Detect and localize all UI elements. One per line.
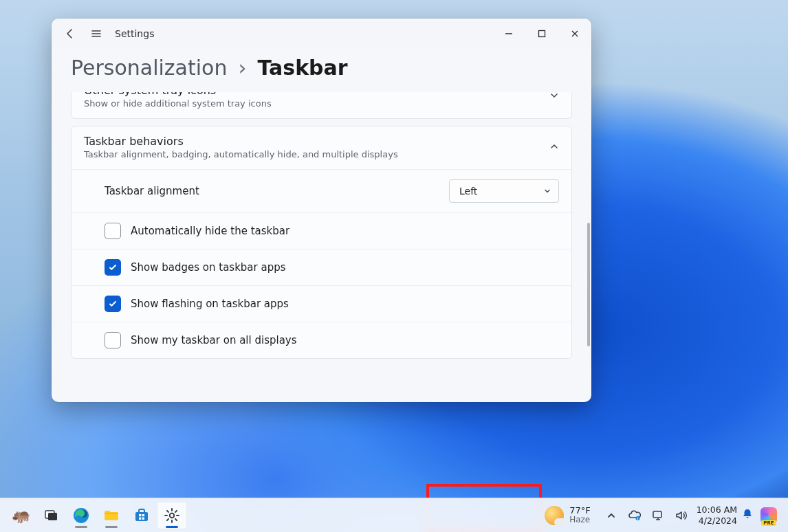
- taskbar: 🦛: [0, 498, 788, 532]
- chevron-down-icon: [543, 187, 551, 195]
- scrollbar-thumb[interactable]: [587, 223, 590, 346]
- svg-rect-12: [653, 511, 661, 518]
- svg-rect-8: [142, 517, 144, 519]
- taskview-icon: [42, 507, 60, 524]
- start-icon: 🦛: [12, 507, 30, 524]
- taskview-button[interactable]: [36, 502, 66, 529]
- setting-taskbar-alignment: Taskbar alignment Left: [72, 169, 571, 212]
- svg-rect-2: [48, 513, 57, 520]
- clock-time: 10:06 AM: [697, 505, 737, 516]
- breadcrumb: Personalization › Taskbar: [52, 49, 591, 92]
- chevron-down-icon: [549, 92, 559, 103]
- svg-point-9: [170, 513, 174, 517]
- svg-rect-6: [142, 514, 144, 516]
- weather-condition: Haze: [569, 516, 591, 524]
- hamburger-menu-button[interactable]: [83, 21, 109, 46]
- section-taskbar-behaviors: Taskbar behaviors Taskbar alignment, bad…: [71, 126, 572, 359]
- section-other-system-tray-icons[interactable]: Other system tray icons Show or hide add…: [71, 92, 572, 119]
- onedrive-icon[interactable]: i: [625, 506, 644, 525]
- settings-scroll-area[interactable]: Other system tray icons Show or hide add…: [52, 92, 591, 402]
- clock[interactable]: 10:06 AM 4/2/2024: [697, 505, 737, 526]
- checkbox-checked[interactable]: [105, 259, 121, 276]
- network-icon[interactable]: [648, 506, 668, 525]
- weather-haze-icon: [545, 506, 564, 525]
- close-button[interactable]: [558, 21, 591, 46]
- back-button[interactable]: [57, 21, 83, 46]
- dropdown-value: Left: [459, 186, 477, 197]
- svg-rect-0: [539, 31, 545, 37]
- store-icon: [133, 507, 151, 524]
- section-subtitle: Show or hide additional system tray icon…: [84, 98, 272, 109]
- copilot-badge: PRE: [761, 520, 776, 526]
- folder-icon: [102, 507, 120, 524]
- copilot-icon: PRE: [760, 507, 777, 524]
- breadcrumb-parent[interactable]: Personalization: [71, 56, 227, 80]
- section-subtitle: Taskbar alignment, badging, automaticall…: [84, 149, 398, 159]
- checkbox-checked[interactable]: [105, 296, 121, 312]
- volume-icon[interactable]: [672, 506, 691, 525]
- svg-rect-4: [135, 512, 148, 521]
- setting-label: Show badges on taskbar apps: [131, 261, 286, 274]
- gear-icon: [163, 507, 181, 524]
- svg-rect-5: [139, 514, 141, 516]
- weather-temperature: 77°F: [569, 506, 591, 516]
- maximize-button[interactable]: [525, 21, 558, 46]
- section-title: Other system tray icons: [84, 92, 272, 97]
- setting-label: Show flashing on taskbar apps: [131, 298, 289, 310]
- notifications-button[interactable]: [741, 508, 760, 523]
- checkbox-unchecked[interactable]: [105, 223, 121, 239]
- svg-rect-7: [139, 517, 141, 519]
- titlebar: Settings: [52, 19, 591, 49]
- chevron-right-icon: ›: [238, 56, 246, 80]
- setting-label: Automatically hide the taskbar: [131, 225, 289, 237]
- window-title: Settings: [115, 28, 154, 39]
- settings-taskbar-button[interactable]: [157, 502, 187, 529]
- settings-window: Settings Personalization › Taskbar Ot: [52, 19, 591, 402]
- copilot-button[interactable]: PRE: [760, 507, 782, 524]
- file-explorer-button[interactable]: [96, 502, 127, 529]
- setting-label: Taskbar alignment: [105, 185, 199, 197]
- chevron-up-icon: [549, 141, 559, 154]
- section-title: Taskbar behaviors: [84, 135, 398, 148]
- checkbox-unchecked[interactable]: [105, 332, 121, 348]
- setting-all-displays[interactable]: Show my taskbar on all displays: [72, 322, 571, 358]
- system-tray: i: [602, 502, 691, 529]
- minimize-button[interactable]: [492, 21, 525, 46]
- edge-icon: [72, 507, 90, 524]
- tray-overflow-button[interactable]: [602, 506, 621, 525]
- setting-auto-hide[interactable]: Automatically hide the taskbar: [72, 212, 571, 249]
- edge-button[interactable]: [66, 502, 96, 529]
- microsoft-store-button[interactable]: [127, 502, 157, 529]
- setting-show-flashing[interactable]: Show flashing on taskbar apps: [72, 285, 571, 322]
- section-header-taskbar-behaviors[interactable]: Taskbar behaviors Taskbar alignment, bad…: [72, 126, 571, 169]
- start-button[interactable]: 🦛: [6, 502, 36, 529]
- breadcrumb-current: Taskbar: [257, 56, 347, 80]
- desktop: Settings Personalization › Taskbar Ot: [0, 0, 788, 532]
- setting-show-badges[interactable]: Show badges on taskbar apps: [72, 249, 571, 285]
- alignment-dropdown[interactable]: Left: [449, 179, 559, 203]
- clock-date: 4/2/2024: [699, 516, 737, 527]
- svg-text:i: i: [637, 516, 638, 520]
- setting-label: Show my taskbar on all displays: [131, 334, 297, 346]
- weather-widget[interactable]: 77°F Haze: [538, 502, 598, 529]
